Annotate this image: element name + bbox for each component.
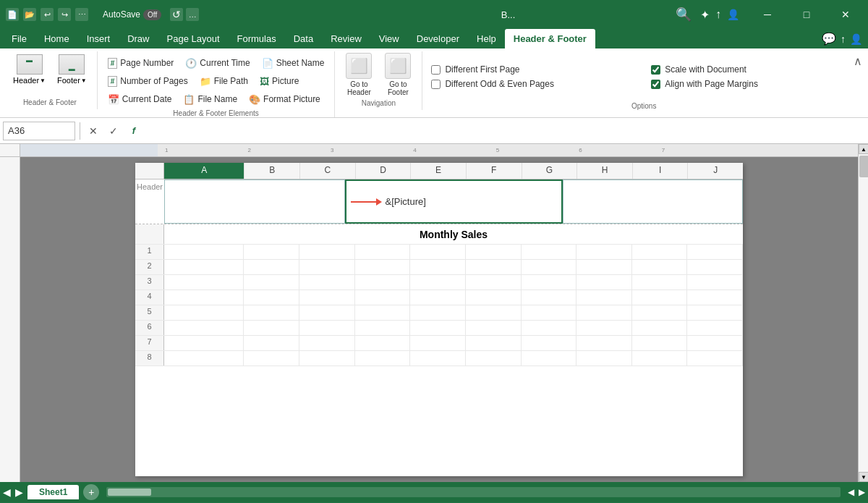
cell-r6-c1[interactable] <box>244 321 299 335</box>
col-header-e[interactable]: E <box>411 163 467 179</box>
cell-r2-c7[interactable] <box>576 260 632 274</box>
autosave-toggle[interactable]: Off <box>143 9 161 20</box>
sheet1-tab[interactable]: Sheet1 <box>27 485 79 499</box>
tab-page-layout[interactable]: Page Layout <box>158 29 229 48</box>
scroll-down-button[interactable]: ▼ <box>859 472 868 482</box>
header-button[interactable]: ▬ Header ▼ <box>9 51 50 88</box>
scroll-sheets-left-icon[interactable]: ◀ <box>3 486 11 498</box>
comment-icon[interactable]: 💬 <box>822 32 836 46</box>
cell-r8-c5[interactable] <box>466 351 522 365</box>
cell-r6-c9[interactable] <box>687 321 743 335</box>
cell-r3-c6[interactable] <box>522 275 577 289</box>
vertical-scrollbar[interactable]: ▲ ▼ <box>858 144 868 482</box>
tab-draw[interactable]: Draw <box>119 29 158 48</box>
cell-r8-c8[interactable] <box>632 351 688 365</box>
cell-r5-c4[interactable] <box>410 305 466 320</box>
cell-r1-c9[interactable] <box>687 245 743 259</box>
tab-home[interactable]: Home <box>35 29 78 48</box>
col-header-j[interactable]: J <box>688 163 743 179</box>
tab-insert[interactable]: Insert <box>78 29 119 48</box>
tab-header-footer[interactable]: Header & Footer <box>505 29 595 48</box>
cell-r8-c3[interactable] <box>355 351 411 365</box>
cell-r5-c2[interactable] <box>299 305 355 320</box>
cell-r3-c5[interactable] <box>466 275 522 289</box>
scroll-right-btn[interactable]: ▶ <box>859 487 865 497</box>
scroll-thumb[interactable] <box>859 156 868 177</box>
cell-r3-c7[interactable] <box>576 275 632 289</box>
cell-r5-c6[interactable] <box>522 305 577 320</box>
cell-r4-c3[interactable] <box>355 290 411 305</box>
user-menu-icon[interactable]: 👤 <box>850 33 862 45</box>
cell-r5-c8[interactable] <box>632 305 688 320</box>
cell-r8-c6[interactable] <box>522 351 577 365</box>
cell-r4-c6[interactable] <box>522 290 577 305</box>
scroll-sheets-right-icon[interactable]: ▶ <box>15 486 23 498</box>
cell-r1-c6[interactable] <box>522 245 577 259</box>
go-to-footer-button[interactable]: ⬜ Go toFooter <box>380 51 416 98</box>
minimize-button[interactable]: ─ <box>751 0 784 29</box>
function-button[interactable]: f <box>125 122 142 140</box>
cell-r1-c1[interactable] <box>244 245 299 259</box>
cell-r7-c9[interactable] <box>687 336 743 350</box>
cell-r3-c3[interactable] <box>355 275 411 289</box>
ribbon-collapse-button[interactable]: ∧ <box>854 54 862 68</box>
add-sheet-button[interactable]: + <box>83 484 99 500</box>
col-header-h[interactable]: H <box>577 163 633 179</box>
tab-help[interactable]: Help <box>468 29 505 48</box>
picture-button[interactable]: 🖼 Picture <box>255 72 303 90</box>
cell-r5-c9[interactable] <box>687 305 743 320</box>
close-button[interactable]: ✕ <box>829 0 862 29</box>
horizontal-scroll-track[interactable] <box>106 487 841 497</box>
more-icon[interactable]: ⋯ <box>75 8 88 21</box>
cell-r4-c1[interactable] <box>244 290 299 305</box>
search-icon[interactable]: 🔍 <box>676 7 692 22</box>
cell-r8-c4[interactable] <box>410 351 466 365</box>
file-path-button[interactable]: 📁 File Path <box>195 72 252 90</box>
header-cell-right[interactable] <box>563 179 744 224</box>
footer-button[interactable]: ▬ Footer ▼ <box>53 51 91 88</box>
cell-r3-c2[interactable] <box>299 275 355 289</box>
cell-r6-c6[interactable] <box>522 321 577 335</box>
cell-r7-c1[interactable] <box>244 336 299 350</box>
col-header-b[interactable]: B <box>244 163 300 179</box>
cell-r3-c9[interactable] <box>687 275 743 289</box>
name-box[interactable] <box>3 122 75 140</box>
scale-with-document-checkbox[interactable] <box>651 65 660 75</box>
formula-input[interactable] <box>145 122 865 140</box>
number-of-pages-button[interactable]: # Number of Pages <box>103 72 192 90</box>
cell-r7-c7[interactable] <box>576 336 632 350</box>
col-header-g[interactable]: G <box>522 163 578 179</box>
current-date-button[interactable]: 📅 Current Date <box>103 90 176 108</box>
autosave-control[interactable]: AutoSave Off <box>103 9 161 20</box>
tab-review[interactable]: Review <box>322 29 370 48</box>
header-cell-center[interactable]: &[Picture] <box>345 179 563 224</box>
share-menu-icon[interactable]: ↑ <box>841 33 846 45</box>
cell-r2-c3[interactable] <box>355 260 411 274</box>
different-first-page-checkbox[interactable] <box>431 65 441 75</box>
col-header-c[interactable]: C <box>300 163 356 179</box>
scroll-left-btn[interactable]: ◀ <box>848 487 854 497</box>
cell-r7-c8[interactable] <box>632 336 688 350</box>
cell-r2-c9[interactable] <box>687 260 743 274</box>
cell-r6-c3[interactable] <box>355 321 411 335</box>
cell-r6-c5[interactable] <box>466 321 522 335</box>
cell-r4-c2[interactable] <box>299 290 355 305</box>
cell-r1-c3[interactable] <box>355 245 411 259</box>
cell-r4-c0[interactable] <box>164 290 244 305</box>
cell-r5-c7[interactable] <box>576 305 632 320</box>
cell-r4-c7[interactable] <box>576 290 632 305</box>
cell-r4-c4[interactable] <box>410 290 466 305</box>
cell-r8-c2[interactable] <box>299 351 355 365</box>
cell-r1-c2[interactable] <box>299 245 355 259</box>
cell-r8-c1[interactable] <box>244 351 299 365</box>
cell-r2-c0[interactable] <box>164 260 244 274</box>
cell-r1-c7[interactable] <box>576 245 632 259</box>
cell-r7-c3[interactable] <box>355 336 411 350</box>
page-number-button[interactable]: # Page Number <box>103 54 179 72</box>
cell-r7-c5[interactable] <box>466 336 522 350</box>
more-tools-icon[interactable]: … <box>186 8 199 21</box>
col-header-d[interactable]: D <box>356 163 412 179</box>
scroll-track[interactable] <box>859 154 868 472</box>
cell-r4-c8[interactable] <box>632 290 688 305</box>
cell-r2-c4[interactable] <box>410 260 466 274</box>
